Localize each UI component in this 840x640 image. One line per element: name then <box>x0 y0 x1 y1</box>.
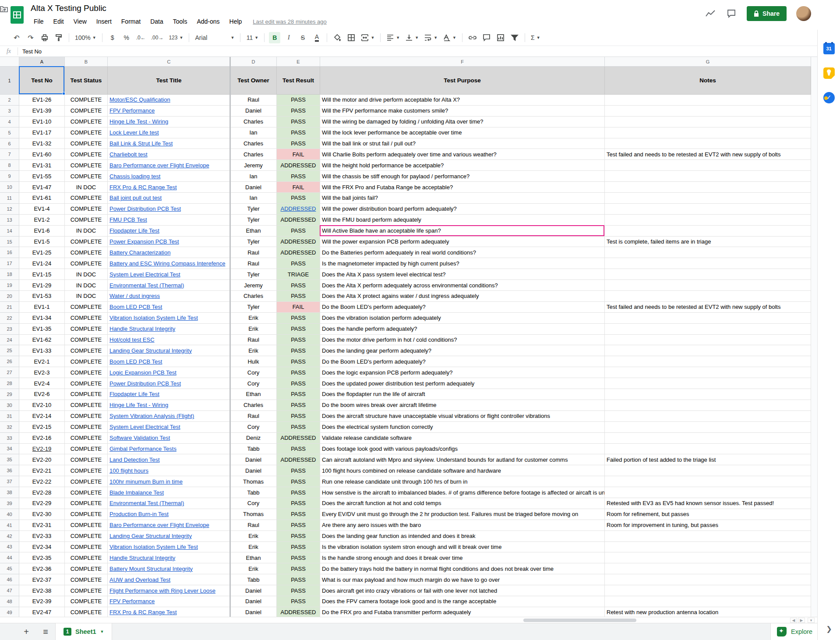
cell-F2[interactable]: Will the motor and drive perform accepta… <box>320 95 605 106</box>
cell-B31[interactable]: COMPLETE <box>65 411 108 422</box>
cell-D5[interactable]: Ian <box>230 127 277 138</box>
cell-B44[interactable]: COMPLETE <box>65 552 108 563</box>
font-size-select[interactable]: 11▼ <box>245 32 260 43</box>
cell-F49[interactable]: Do the FRX pro and Futaba transmitter pe… <box>320 607 605 617</box>
menu-view[interactable]: View <box>69 17 92 26</box>
cell-E10[interactable]: FAIL <box>277 182 320 193</box>
cell-B2[interactable]: COMPLETE <box>65 95 108 106</box>
cell-C34[interactable]: Gimbal Performance Tests <box>108 444 230 455</box>
cell-A3[interactable]: EV1-39 <box>19 106 65 117</box>
cell-B34[interactable]: COMPLETE <box>65 444 108 455</box>
cell-C22[interactable]: Vibration Isolation System Life Test <box>108 313 230 324</box>
cell-F32[interactable]: Does the electrical system function corr… <box>320 422 605 433</box>
cell-B42[interactable]: COMPLETE <box>65 531 108 542</box>
cell-F1[interactable]: Test Purpose <box>320 67 605 95</box>
cell-F9[interactable]: Will the chassis be stiff enough for pay… <box>320 171 605 182</box>
cell-C27[interactable]: Logic Expansion PCB Test <box>108 367 230 378</box>
cell-C10[interactable]: FRX Pro & RC Range Test <box>108 182 230 193</box>
cell-B3[interactable]: COMPLETE <box>65 106 108 117</box>
cell-D22[interactable]: Erik <box>230 313 277 324</box>
cell-A40[interactable]: EV2-30 <box>19 509 65 520</box>
cell-B47[interactable]: COMPLETE <box>65 585 108 596</box>
cell-G45[interactable] <box>605 563 811 574</box>
cell-G7[interactable]: Test failed and needs to be retested at … <box>605 149 811 160</box>
row-header-48[interactable]: 48 <box>0 596 19 607</box>
cell-D37[interactable]: Thomas <box>230 476 277 487</box>
cell-E22[interactable]: PASS <box>277 313 320 324</box>
cell-F33[interactable]: Validate release candidate software <box>320 433 605 444</box>
cell-B27[interactable]: COMPLETE <box>65 367 108 378</box>
cell-C44[interactable]: Handle Structural Integrity <box>108 552 230 563</box>
cell-D2[interactable]: Raul <box>230 95 277 106</box>
cell-C9[interactable]: Chassis loading test <box>108 171 230 182</box>
cell-A21[interactable]: EV1-1 <box>19 302 65 313</box>
cell-C18[interactable]: System Level Electrical Test <box>108 269 230 280</box>
text-rotation-icon[interactable]: ▼ <box>441 32 458 43</box>
cell-F43[interactable]: Is the vibration isolation system stron … <box>320 542 605 553</box>
cell-D26[interactable]: Hulk <box>230 356 277 367</box>
cell-G28[interactable] <box>605 378 811 389</box>
cell-B17[interactable]: COMPLETE <box>65 258 108 269</box>
cell-D15[interactable]: Tyler <box>230 237 277 248</box>
cell-D9[interactable]: Ian <box>230 171 277 182</box>
column-header-D[interactable]: D <box>230 57 277 67</box>
cell-B6[interactable]: COMPLETE <box>65 138 108 149</box>
cell-G16[interactable] <box>605 247 811 258</box>
cell-E18[interactable]: TRIAGE <box>277 269 320 280</box>
cell-F45[interactable]: Do the battery trays hold the battery in… <box>320 563 605 574</box>
cell-C31[interactable]: System Vibration Analysis (Flight) <box>108 411 230 422</box>
cell-F41[interactable]: Are there any aero issues with the baro <box>320 520 605 531</box>
cell-C42[interactable]: Landing Gear Structural Integrity <box>108 531 230 542</box>
cell-G42[interactable] <box>605 531 811 542</box>
cell-D41[interactable]: Raul <box>230 520 277 531</box>
cell-D1[interactable]: Test Owner <box>230 67 277 95</box>
cell-E21[interactable]: FAIL <box>277 302 320 313</box>
cell-A7[interactable]: EV1-60 <box>19 149 65 160</box>
comment-history-icon[interactable] <box>726 8 737 19</box>
cell-A6[interactable]: EV1-32 <box>19 138 65 149</box>
insights-icon[interactable] <box>705 8 716 19</box>
cell-A37[interactable]: EV2-22 <box>19 476 65 487</box>
cell-E31[interactable]: PASS <box>277 411 320 422</box>
cell-B13[interactable]: COMPLETE <box>65 215 108 226</box>
cell-F47[interactable]: Does aircraft get into crazy vibrations … <box>320 585 605 596</box>
cell-D48[interactable]: Daniel <box>230 596 277 607</box>
cell-B41[interactable]: COMPLETE <box>65 520 108 531</box>
cell-A41[interactable]: EV2-31 <box>19 520 65 531</box>
cell-F24[interactable]: Does the motor drive perform in hot / co… <box>320 335 605 346</box>
cell-F37[interactable]: Run one release candidate unit through 1… <box>320 476 605 487</box>
cell-D7[interactable]: Charles <box>230 149 277 160</box>
cell-G49[interactable]: Retest with new production antenna locat… <box>605 607 811 617</box>
cell-A17[interactable]: EV1-24 <box>19 258 65 269</box>
cell-D42[interactable]: Erik <box>230 531 277 542</box>
cell-C16[interactable]: Battery Characterization <box>108 247 230 258</box>
percent-format-icon[interactable]: % <box>121 32 132 43</box>
row-header-46[interactable]: 46 <box>0 574 19 585</box>
cell-D45[interactable]: Erik <box>230 563 277 574</box>
cell-G32[interactable] <box>605 422 811 433</box>
select-all-corner[interactable] <box>0 57 19 67</box>
cell-C30[interactable]: Hinge Life Test - Wiring <box>108 400 230 411</box>
cell-E42[interactable]: PASS <box>277 531 320 542</box>
row-header-17[interactable]: 17 <box>0 258 19 269</box>
cell-B24[interactable]: COMPLETE <box>65 335 108 346</box>
row-header-7[interactable]: 7 <box>0 149 19 160</box>
cell-D10[interactable]: Daniel <box>230 182 277 193</box>
cell-F20[interactable]: Does the Alta X protect agains water / d… <box>320 291 605 302</box>
cell-B29[interactable]: COMPLETE <box>65 389 108 400</box>
row-header-40[interactable]: 40 <box>0 509 19 520</box>
cell-C47[interactable]: Flight Performance with Ring Lever Loose <box>108 585 230 596</box>
row-header-2[interactable]: 2 <box>0 95 19 106</box>
menu-help[interactable]: Help <box>225 17 247 26</box>
cell-F14[interactable]: Will Active Blade have an acceptable lif… <box>320 226 605 237</box>
cell-A10[interactable]: EV1-47 <box>19 182 65 193</box>
fill-color-icon[interactable] <box>332 32 343 43</box>
row-header-41[interactable]: 41 <box>0 520 19 531</box>
cell-E16[interactable]: ADDRESSED <box>277 247 320 258</box>
cell-E23[interactable]: PASS <box>277 324 320 335</box>
cell-D32[interactable]: Cory <box>230 422 277 433</box>
cell-F11[interactable]: Will the ball joints fail? <box>320 193 605 204</box>
cell-D36[interactable]: Daniel <box>230 465 277 476</box>
cell-A32[interactable]: EV2-15 <box>19 422 65 433</box>
horizontal-scrollbar[interactable]: ◀ ▶ ▾ <box>0 617 817 623</box>
